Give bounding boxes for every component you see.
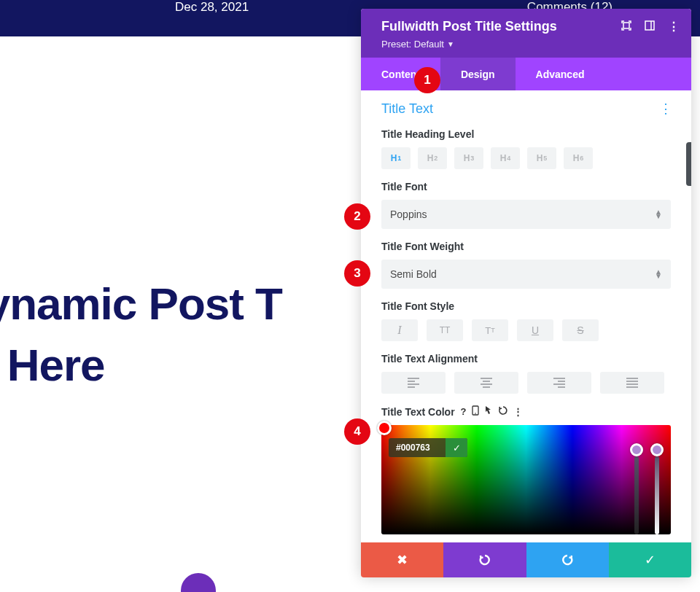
chevron-down-icon: ▼ [447,40,454,48]
hover-icon[interactable] [484,405,493,418]
post-title-preview: )ynamic Post T y Here [0,273,282,395]
action-bar: ✖ ✓ [361,542,691,577]
hex-input[interactable] [389,443,446,453]
scroll-indicator[interactable] [686,142,691,186]
panel-body: Title Text ⋮ Title Heading Level H1 H2 H… [361,90,691,542]
font-weight-select[interactable]: Semi Bold ▲▼ [381,260,671,289]
heading-level-group: H1 H2 H3 H4 H5 H6 [381,147,671,169]
redo-button[interactable] [526,542,609,577]
cancel-button[interactable]: ✖ [361,542,443,577]
expand-icon[interactable] [621,20,631,34]
style-uppercase[interactable]: TT [427,319,463,341]
weight-value: Semi Bold [390,268,437,280]
svg-rect-0 [623,23,629,28]
style-strikethrough[interactable]: S [562,319,599,341]
select-arrows-icon: ▲▼ [655,210,662,219]
alpha-knob[interactable] [650,443,664,456]
style-smallcaps[interactable]: TT [472,319,508,341]
alpha-track[interactable] [655,456,659,534]
align-group [381,372,671,394]
align-right[interactable] [527,372,591,394]
help-icon[interactable]: ? [461,406,467,417]
panel-title: Fullwidth Post Title Settings [381,19,557,34]
font-value: Poppins [390,209,427,220]
heading-h6[interactable]: H6 [564,147,593,169]
tab-content[interactable]: Content [361,58,440,90]
style-underline[interactable]: U [517,319,553,341]
style-italic[interactable]: I [381,319,418,341]
settings-panel: Fullwidth Post Title Settings ⋮ Preset: … [361,9,691,577]
label-text-color: Title Text Color ? ⋮ [381,405,671,418]
label-font-weight: Title Font Weight [381,241,671,252]
save-button[interactable]: ✓ [609,542,691,577]
label-font-style: Title Font Style [381,300,671,312]
section-title[interactable]: Title Text [381,101,433,117]
lightness-knob[interactable] [630,443,643,456]
preset-dropdown[interactable]: Preset: Default ▼ [381,39,454,50]
heading-h2[interactable]: H2 [418,147,447,169]
color-cursor[interactable] [377,421,392,435]
post-date: Dec 28, 2021 [175,0,249,15]
reset-icon[interactable] [498,405,508,418]
panel-header: Fullwidth Post Title Settings ⋮ Preset: … [361,9,691,58]
tab-advanced[interactable]: Advanced [516,58,605,90]
title-font-select[interactable]: Poppins ▲▼ [381,200,671,229]
align-center[interactable] [454,372,518,394]
mobile-icon[interactable] [472,405,479,418]
heading-h3[interactable]: H3 [454,147,483,169]
lightness-track[interactable] [634,456,639,534]
align-left[interactable] [381,372,446,394]
color-picker[interactable]: ✓ [381,425,671,534]
field-menu-icon[interactable]: ⋮ [513,406,521,417]
label-text-align: Title Text Alignment [381,353,671,365]
heading-h1[interactable]: H1 [381,147,411,169]
select-arrows-icon: ▲▼ [655,270,662,279]
heading-h4[interactable]: H4 [491,147,520,169]
tab-design[interactable]: Design [440,58,516,90]
tab-bar: Content Design Advanced [361,58,691,90]
svg-point-4 [475,413,476,414]
heading-h5[interactable]: H5 [527,147,556,169]
hex-input-chip: ✓ [389,438,467,457]
decorative-circle [181,573,216,592]
label-heading-level: Title Heading Level [381,128,671,140]
undo-button[interactable] [443,542,526,577]
svg-rect-1 [645,21,654,30]
font-style-group: I TT TT U S [381,319,671,341]
preset-label: Preset: Default [381,39,444,50]
align-justify[interactable] [600,372,664,394]
section-menu-icon[interactable]: ⋮ [659,101,671,117]
more-icon[interactable]: ⋮ [668,20,678,34]
hex-confirm-button[interactable]: ✓ [446,438,467,457]
snap-icon[interactable] [645,20,655,34]
preview-area: )ynamic Post T y Here [0,36,360,591]
label-title-font: Title Font [381,181,671,192]
